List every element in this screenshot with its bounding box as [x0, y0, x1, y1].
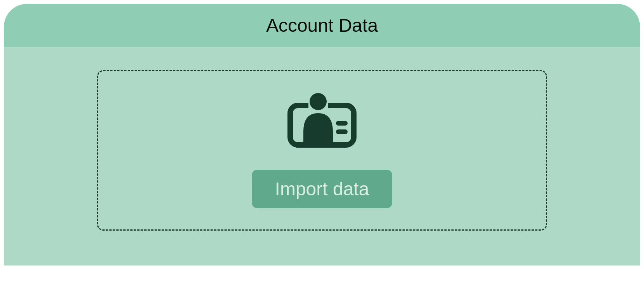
- panel-header: Account Data: [4, 4, 640, 47]
- svg-point-2: [310, 93, 327, 110]
- id-card-icon: [287, 90, 357, 148]
- import-dropzone[interactable]: Import data: [97, 70, 547, 231]
- import-data-button[interactable]: Import data: [252, 170, 393, 208]
- svg-rect-3: [336, 121, 348, 126]
- panel-title: Account Data: [4, 15, 640, 36]
- account-data-panel: Account Data Import data: [4, 4, 640, 265]
- panel-body: Import data: [4, 47, 640, 265]
- svg-rect-4: [336, 129, 348, 134]
